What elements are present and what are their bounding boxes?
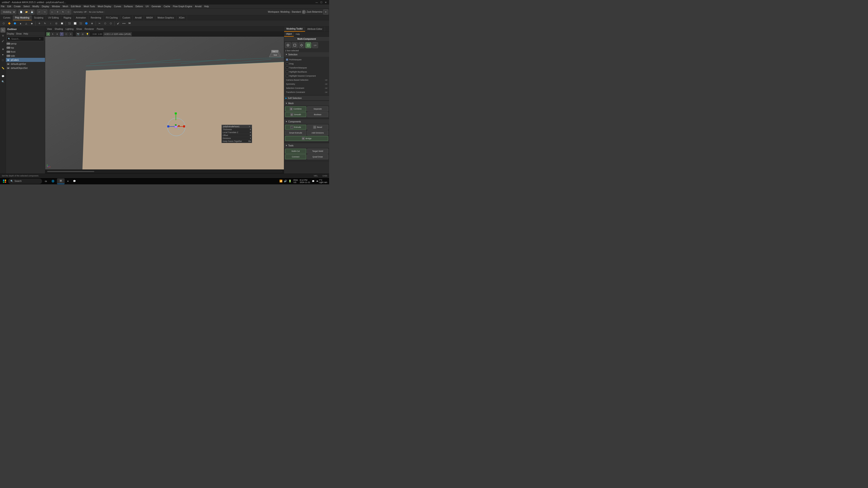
tab-mash[interactable]: MASH [144,15,155,20]
menu-mesh-display[interactable]: Mesh Display [98,5,111,8]
vp-panels[interactable]: Panels [97,28,104,30]
tab-rendering[interactable]: Rendering [88,15,103,20]
comp-poly-icon[interactable] [305,42,311,48]
outliner-item-persp[interactable]: CAM persp [6,41,45,46]
outliner-display[interactable]: Display [7,33,14,35]
vp-shade-wire[interactable]: ⬡ [64,32,68,36]
volume-icon[interactable]: 🔊 [284,180,287,183]
minimize-btn[interactable]: — [315,1,318,4]
vp-colorspace-btn[interactable]: ACES 1.0 SDR-video (sRGB) [103,32,132,36]
drag-checkbox[interactable] [286,63,288,65]
vp-shading-btn2[interactable]: 5 [51,32,55,36]
scale-icon-btn[interactable]: ⊡ [54,21,59,26]
save-btn[interactable]: 💾 [29,9,34,14]
measure-tool[interactable]: 📏 [0,66,5,70]
menu-flow[interactable]: Flow Graph Engine [173,5,192,8]
comp-edge-icon[interactable] [292,42,298,48]
outliner-search[interactable]: 🔍 ▾ [7,37,44,41]
taskbar-steam[interactable]: ♦ [66,178,70,184]
menu-select[interactable]: Select [23,5,30,8]
tab-rigging[interactable]: Rigging [61,15,74,20]
taskbar-browser[interactable]: 🌐 [50,178,56,184]
combine-btn[interactable]: ⊕ Combine [285,106,306,111]
tool4-btn[interactable]: ◆ [29,21,35,26]
bridge-btn[interactable]: ⊟ Bridge [285,136,328,141]
select-btn[interactable]: ▷ [50,9,55,14]
uvmap-icon[interactable]: 🗺 [127,21,132,26]
multi-cut-btn[interactable]: Multi-Cut [285,149,306,154]
menu-uv[interactable]: UV [146,5,149,8]
network-icon[interactable]: 📶 [279,180,283,183]
vp-xray[interactable]: X [69,32,73,36]
soft-sel-btn[interactable]: ▲ [18,21,23,26]
annotation-tool[interactable]: 💬 [0,74,5,78]
start-btn[interactable] [2,178,7,184]
popup-close[interactable]: ✕ [249,125,250,128]
mirror-icon[interactable]: ⟺ [121,21,127,26]
extrude-btn[interactable]: ⬛ Extrude [285,125,306,130]
right-tab-help[interactable]: Help [294,32,302,37]
highlight-nearest-cb[interactable] [286,75,288,77]
close-btn[interactable]: ✕ [324,1,327,4]
user-avatar[interactable]: Z [302,10,306,14]
smart-extrude-btn[interactable]: Smart Extrude [285,130,306,135]
menu-curves[interactable]: Curves [114,5,121,8]
tab-animation[interactable]: Animation [74,15,88,20]
outliner-help[interactable]: Help [24,33,28,35]
timeline-scrollbar[interactable] [47,171,282,172]
right-tab-object[interactable]: Object [284,32,294,37]
rotate-btn[interactable]: ↻ [61,9,66,14]
lasso-tool[interactable]: ⊙ [0,33,5,38]
quad-draw-btn[interactable]: Quad Draw [307,154,329,159]
tools-header[interactable]: ▼ Tools [284,143,329,148]
open-btn[interactable]: 📂 [24,9,29,14]
outliner-item-lightset[interactable]: ▶ defaultLightSet [6,62,45,66]
paint-btn[interactable]: 🔶 [6,21,12,26]
menu-edit[interactable]: Edit [7,5,11,8]
target-weld-icon[interactable]: ⬡ [102,21,108,26]
menu-edit-mesh[interactable]: Edit Mesh [71,5,81,8]
transform-marquee-checkbox[interactable] [286,67,288,69]
taskbar-search[interactable]: 🔍 Search [8,178,42,184]
move-btn[interactable]: ✛ [55,9,60,14]
bevel-btn[interactable]: ⬡ Bevel [307,125,329,130]
comp-face-icon[interactable] [299,42,305,48]
tab-custom[interactable]: Custom [120,15,133,20]
sculpt-btn[interactable]: 🔷 [12,21,18,26]
relax-tool[interactable]: ◌ [0,57,5,62]
search-tool[interactable]: 🔍 [0,79,5,84]
new-btn[interactable]: 📄 [19,9,24,14]
vp-shading-btn3[interactable]: 6 [55,32,59,36]
undo-btn[interactable]: ↩ [37,9,42,14]
rotate-icon-btn[interactable]: ↻ [42,21,48,26]
menu-surfaces[interactable]: Surfaces [124,5,133,8]
vp-shading-btn[interactable]: 4 [46,32,50,36]
menu-display[interactable]: Display [42,5,49,8]
transform-icon-btn[interactable]: ↕ [48,21,53,26]
redo-btn[interactable]: ↪ [42,9,47,14]
vp-wireframe-btn[interactable]: 7 [60,32,64,36]
tab-xgen[interactable]: XGen [177,15,187,20]
vp-renderer[interactable]: Renderer [85,28,94,30]
menu-arnold[interactable]: Arnold [195,5,202,8]
tab-motion-graphics[interactable]: Motion Graphics [155,15,177,20]
sculpt-tool[interactable]: ⊛ [0,46,5,52]
tab-sculpting[interactable]: Sculpting [32,15,46,20]
connect-btn[interactable]: Connect [285,154,306,159]
boolean-btn[interactable]: Boolean [307,112,329,117]
menu-cache[interactable]: Cache [164,5,170,8]
joint-btn[interactable]: 🔲 [59,21,65,26]
vp-camera-btn[interactable]: 📷 [76,32,80,36]
taskbar-file-explorer[interactable]: 🗂 [43,178,49,184]
taskbar-maya[interactable]: M [57,178,65,184]
separate-btn[interactable]: Separate [307,106,329,111]
vp-lighting[interactable]: Lighting [66,28,73,30]
scale-btn[interactable]: ⬡ [66,9,71,14]
menu-window[interactable]: Window [52,5,60,8]
menu-help[interactable]: Help [204,5,209,8]
add-divisions-btn[interactable]: Add Divisions [307,130,329,135]
outliner-show[interactable]: Show [16,33,22,35]
transform-gizmo[interactable] [167,118,185,136]
brush-tool[interactable]: ● [0,52,5,57]
vp-light-btn[interactable]: 💡 [85,32,90,36]
